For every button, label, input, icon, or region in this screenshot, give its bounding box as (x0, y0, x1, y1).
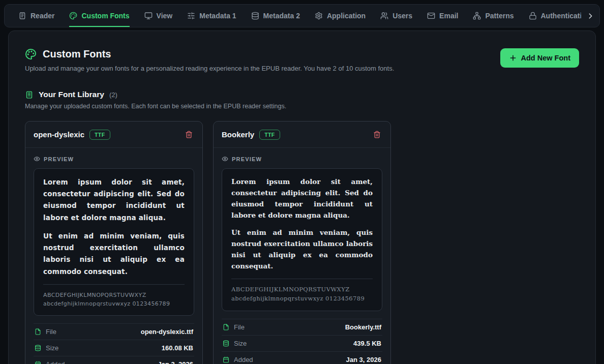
meta-value-size: 160.08 KB (162, 344, 193, 352)
meta-label: Size (46, 344, 58, 352)
gear-icon (315, 12, 323, 20)
sliders-icon (187, 12, 195, 20)
tab-application[interactable]: Application (315, 5, 366, 27)
font-name: Bookerly (222, 130, 254, 139)
alphabet-sample: ABCDEFGHIJKLMNOPQRSTUVWXYZ abcdefghijklm… (231, 279, 373, 304)
monitor-icon (144, 12, 153, 20)
tab-metadata-2[interactable]: Metadata 2 (251, 5, 300, 27)
meta-label: Added (46, 360, 65, 364)
tab-email[interactable]: Email (427, 5, 458, 27)
tab-label: Email (439, 12, 458, 20)
add-new-font-button[interactable]: Add New Font (500, 48, 579, 68)
font-library-section: Your Font Library (2) Manage your upload… (25, 90, 579, 364)
tab-users[interactable]: Users (380, 5, 412, 27)
meta-value-added: Jan 3, 2026 (346, 356, 381, 363)
tab-label: Users (392, 12, 412, 20)
meta-row-file: File Bookerly.ttf (222, 319, 382, 335)
font-preview-box: Lorem ipsum dolor sit amet, consectetur … (222, 168, 382, 311)
library-icon (25, 90, 34, 99)
font-card-body: PREVIEW Lorem ipsum dolor sit amet, cons… (25, 148, 202, 364)
palette-icon (69, 12, 77, 20)
panel-header: Custom Fonts Upload and manage your own … (25, 48, 579, 72)
preview-label-row: PREVIEW (222, 156, 382, 162)
font-meta: File Bookerly.ttf Size 439.5 KB Added Ja… (222, 319, 382, 364)
alphabet-lowercase: abcdefghijklmnopqrstuvwxyz 0123456789 (231, 294, 373, 304)
database-icon (251, 12, 259, 20)
tab-label: Metadata 1 (199, 12, 236, 20)
trash-icon (185, 131, 193, 138)
meta-value-added: Jan 3, 2026 (158, 360, 193, 364)
tab-label: Reader (31, 12, 54, 20)
meta-value-size: 439.5 KB (353, 340, 381, 347)
font-format-badge: TTF (89, 130, 110, 140)
preview-label-row: PREVIEW (34, 156, 194, 162)
mail-icon (427, 12, 435, 20)
font-card-header: open-dyslexic TTF (25, 122, 202, 148)
nav-scroll-right-button[interactable] (581, 5, 599, 27)
reader-icon (18, 12, 26, 20)
library-subtitle: Manage your uploaded custom fonts. Each … (25, 103, 579, 110)
tab-view[interactable]: View (144, 5, 173, 27)
font-preview-box: Lorem ipsum dolor sit amet, consectetur … (34, 168, 194, 316)
file-icon (35, 328, 41, 335)
calendar-icon (223, 356, 229, 363)
eye-icon (222, 156, 228, 162)
meta-row-added: Added Jan 3, 2026 (222, 351, 382, 364)
alphabet-uppercase: ABCDEFGHIJKLMNOPQRSTUVWXYZ (231, 285, 373, 294)
trash-icon (373, 131, 381, 138)
delete-font-button[interactable] (372, 129, 382, 140)
custom-fonts-panel: Custom Fonts Upload and manage your own … (8, 31, 596, 364)
alphabet-sample: ABCDEFGHIJKLMNOPQRSTUVWXYZ abcdefghijklm… (43, 284, 185, 308)
font-name: open-dyslexic (34, 130, 84, 139)
preview-paragraph: Ut enim ad minim veniam, quis nostrud ex… (43, 230, 185, 278)
font-meta: File open-dyslexic.ttf Size 160.08 KB Ad… (34, 323, 194, 364)
add-button-label: Add New Font (521, 54, 570, 62)
tab-reader[interactable]: Reader (18, 5, 54, 27)
tab-label: Custom Fonts (81, 12, 129, 20)
meta-value-file: open-dyslexic.ttf (141, 328, 193, 336)
preview-label: PREVIEW (44, 156, 74, 162)
tab-label: View (157, 12, 173, 20)
top-nav: Reader Custom Fonts View Metadata 1 Meta… (4, 4, 600, 27)
eye-icon (34, 156, 40, 162)
alphabet-lowercase: abcdefghijklmnopqrstuvwxyz 0123456789 (43, 299, 185, 308)
palette-icon (25, 48, 37, 60)
meta-row-file: File open-dyslexic.ttf (34, 324, 194, 340)
meta-value-file: Bookerly.ttf (345, 323, 381, 331)
users-icon (380, 12, 388, 20)
plus-icon (509, 54, 517, 62)
tab-label: Application (327, 12, 366, 20)
preview-paragraph: Lorem ipsum dolor sit amet, consectetur … (43, 176, 185, 224)
sitemap-icon (473, 12, 481, 20)
calendar-icon (35, 361, 41, 364)
alphabet-uppercase: ABCDEFGHIJKLMNOPQRSTUVWXYZ (43, 291, 185, 299)
font-card-header: Bookerly TTF (214, 122, 390, 148)
library-title: Your Font Library (39, 90, 104, 99)
file-icon (223, 324, 229, 330)
font-cards-grid: open-dyslexic TTF PREVIEW Lorem ipsum do… (25, 121, 579, 364)
tab-label: Metadata 2 (263, 12, 300, 20)
delete-font-button[interactable] (184, 129, 194, 140)
preview-label: PREVIEW (232, 156, 262, 162)
tab-authentication[interactable]: Authentication (529, 5, 582, 27)
meta-row-added: Added Jan 3, 2026 (34, 356, 194, 364)
font-card-body: PREVIEW Lorem ipsum dolor sit amet, cons… (214, 148, 390, 364)
tab-custom-fonts[interactable]: Custom Fonts (69, 5, 129, 27)
database-icon (223, 340, 229, 347)
font-card-open-dyslexic: open-dyslexic TTF PREVIEW Lorem ipsum do… (25, 121, 203, 364)
library-count: (2) (109, 91, 117, 99)
meta-label: Size (234, 340, 247, 347)
meta-row-size: Size 160.08 KB (34, 340, 194, 356)
tab-label: Patterns (485, 12, 514, 20)
font-card-bookerly: Bookerly TTF PREVIEW Lorem ipsum dolor s… (213, 121, 391, 364)
database-icon (35, 345, 41, 351)
meta-label: File (46, 328, 56, 336)
meta-label: File (234, 323, 245, 331)
tab-metadata-1[interactable]: Metadata 1 (187, 5, 236, 27)
nav-tabs: Reader Custom Fonts View Metadata 1 Meta… (5, 5, 581, 27)
tab-label: Authentication (541, 12, 582, 20)
meta-row-size: Size 439.5 KB (222, 335, 382, 351)
preview-paragraph: Lorem ipsum dolor sit amet, consectetur … (231, 176, 373, 221)
tab-patterns[interactable]: Patterns (473, 5, 514, 27)
page-title: Custom Fonts (43, 48, 111, 60)
